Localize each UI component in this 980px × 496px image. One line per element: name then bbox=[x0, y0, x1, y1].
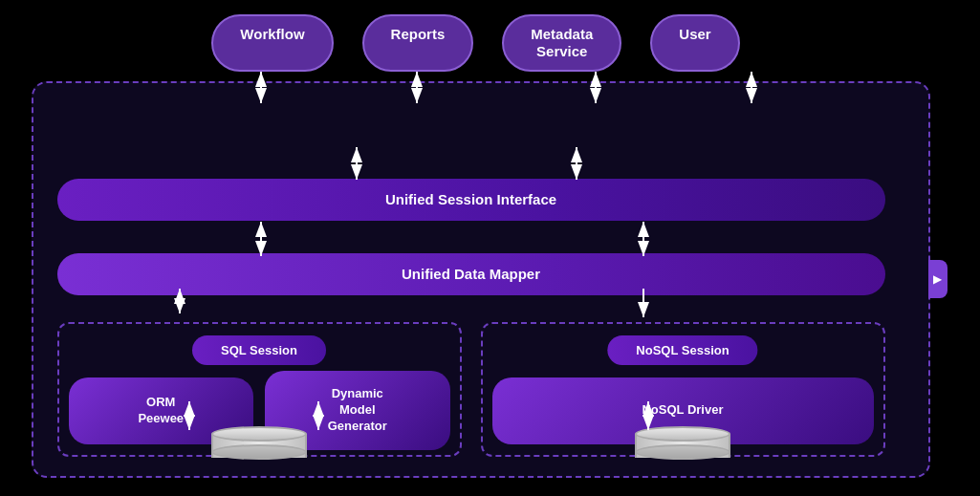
nosql-session-pill: NoSQL Session bbox=[607, 335, 757, 365]
metadata-label: MetadataService bbox=[531, 26, 593, 59]
htap-cylinder bbox=[211, 426, 307, 460]
nosql-inner-box: NoSQL Session NoSQL Driver bbox=[481, 322, 885, 457]
htap-cylinder-group: HTAP bbox=[211, 426, 307, 497]
unified-session-bar: Unified Session Interface bbox=[57, 179, 885, 221]
nosql-cylinder-group: NoSQL bbox=[635, 426, 730, 497]
user-label: User bbox=[679, 26, 710, 42]
architecture-diagram: Workflow Reports MetadataService User Un… bbox=[22, 10, 959, 487]
htap-db-container: HTAP bbox=[69, 426, 450, 497]
right-handle[interactable] bbox=[928, 260, 947, 298]
unified-session-label: Unified Session Interface bbox=[385, 191, 556, 207]
inner-boxes-row: SQL Session ORMPeewee DynamicModelGenera… bbox=[57, 322, 885, 457]
sql-session-label: SQL Session bbox=[221, 343, 297, 357]
sql-session-pill: SQL Session bbox=[192, 335, 326, 365]
sql-inner-box: SQL Session ORMPeewee DynamicModelGenera… bbox=[57, 322, 462, 457]
htap-bottom-ellipse bbox=[211, 444, 307, 460]
nosql-db-container: NoSQL bbox=[492, 426, 874, 497]
reports-pill: Reports bbox=[362, 14, 474, 72]
metadata-pill: MetadataService bbox=[502, 14, 621, 72]
user-pill: User bbox=[650, 14, 739, 72]
nosql-driver-label: NoSQL Driver bbox=[642, 402, 723, 419]
unified-mapper-label: Unified Data Mapper bbox=[402, 266, 540, 282]
htap-top-ellipse bbox=[211, 426, 307, 442]
workflow-label: Workflow bbox=[240, 26, 304, 42]
top-pills-row: Workflow Reports MetadataService User bbox=[22, 14, 930, 72]
nosql-bottom-ellipse bbox=[635, 444, 730, 460]
nosql-cylinder bbox=[635, 426, 730, 460]
nosql-top-ellipse bbox=[635, 426, 730, 442]
reports-label: Reports bbox=[391, 26, 446, 42]
workflow-pill: Workflow bbox=[211, 14, 333, 72]
nosql-session-label: NoSQL Session bbox=[636, 343, 729, 357]
unified-mapper-bar: Unified Data Mapper bbox=[57, 253, 885, 295]
orm-label: ORMPeewee bbox=[138, 395, 184, 427]
main-outer-box: Unified Session Interface Unified Data M… bbox=[32, 81, 930, 478]
